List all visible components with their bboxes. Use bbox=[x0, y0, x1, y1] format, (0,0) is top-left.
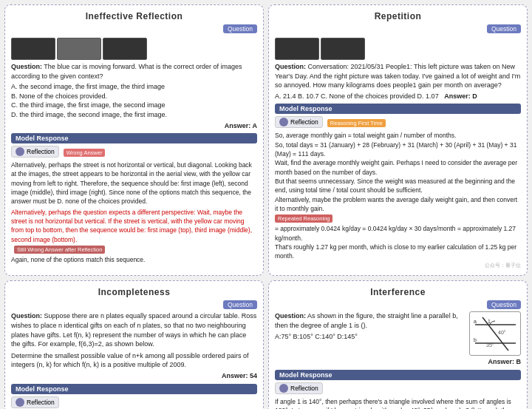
choices-2: A. 21.4 B. 10.7 C. None of the choices p… bbox=[275, 92, 521, 101]
reflection-header-2: Reflection Reasoning First Time bbox=[275, 116, 521, 129]
response-text-2g: That's roughly 1.27 kg per month, which … bbox=[275, 243, 521, 261]
reflection-bar-2: Reflection bbox=[275, 116, 323, 128]
svg-text:1: 1 bbox=[488, 319, 491, 324]
response-text-2a: So, average monthly gain = total weight … bbox=[275, 131, 521, 140]
wrong-answer-tag-1: Wrong Answer bbox=[64, 149, 106, 157]
reflection-icon-1 bbox=[16, 147, 24, 156]
response-text-2d: But that seems unnecessary. Since the we… bbox=[275, 177, 521, 195]
question-text-1: Question: The blue car is moving forward… bbox=[11, 62, 257, 81]
still-wrong-tag: Still Wrong Answer after Reflection bbox=[14, 246, 105, 254]
response-text-2e: Alternatively, maybe the problem wants t… bbox=[275, 195, 521, 214]
reflection-icon-3 bbox=[16, 398, 24, 407]
panel-incompleteness: Incompleteness Question Question: Suppos… bbox=[4, 280, 264, 409]
question-area-4: 1 a b 40° 35° Question: As shown in the … bbox=[275, 311, 521, 356]
image-1 bbox=[11, 38, 55, 60]
response-text-2c: Wait, find the average monthly weight ga… bbox=[275, 158, 521, 177]
choices-1: A. the second image, the first image, th… bbox=[11, 82, 257, 119]
svg-text:b: b bbox=[474, 337, 477, 342]
question-label-4: Question bbox=[487, 300, 521, 309]
panel-title-incompleteness: Incompleteness bbox=[11, 287, 257, 297]
reflection-bar-4: Reflection bbox=[275, 382, 323, 394]
reflection-bar-1: Reflection bbox=[11, 146, 59, 158]
reflection-header-3: Reflection bbox=[11, 396, 257, 409]
question-text-3b: Determine the smallest possible value of… bbox=[11, 351, 257, 370]
model-response-bar-3: Model Response bbox=[11, 384, 257, 394]
svg-text:a: a bbox=[474, 319, 477, 324]
model-response-bar-2: Model Response bbox=[275, 104, 521, 114]
geometry-svg: 1 a b 40° 35° bbox=[471, 314, 519, 354]
model-response-bar-4: Model Response bbox=[275, 370, 521, 380]
question-text-3: Question: Suppose there are n plates equ… bbox=[11, 311, 257, 348]
image-3 bbox=[103, 38, 147, 60]
panel-title-interference: Interference bbox=[275, 287, 521, 297]
answer-4: Answer: B bbox=[488, 358, 521, 365]
reflection-header-4: Reflection bbox=[275, 382, 521, 396]
svg-text:35°: 35° bbox=[486, 342, 494, 348]
reflection-bar-3: Reflection bbox=[11, 396, 59, 408]
panel-ineffective-reflection: Ineffective Reflection Question Question… bbox=[4, 4, 264, 276]
question-text-2: Question: Conversation: 2021/05/31 Peopl… bbox=[275, 62, 521, 90]
question-label-2: Question bbox=[487, 24, 521, 33]
response-text-1c: Again, none of the options match this se… bbox=[11, 255, 257, 264]
repeated-reasoning-line: Repeated Reasoning bbox=[275, 214, 521, 223]
question-label-1: Question bbox=[223, 24, 257, 33]
image-2 bbox=[57, 38, 101, 60]
still-wrong-line: Still Wrong Answer after Reflection bbox=[11, 246, 257, 254]
question-label-3: Question bbox=[223, 300, 257, 309]
rep-image-1 bbox=[275, 38, 319, 60]
response-text-2b: So, total days = 31 (January) + 28 (Febr… bbox=[275, 141, 521, 159]
response-text-4a: If angle 1 is 140°, then perhaps there's… bbox=[275, 397, 521, 409]
reflection-header-1: Reflection Wrong Answer bbox=[11, 146, 257, 159]
repeated-reasoning-tag: Repeated Reasoning bbox=[275, 214, 332, 223]
answer-3: Answer: 54 bbox=[222, 372, 257, 379]
reasoning-first-tag: Reasoning First Time bbox=[327, 119, 386, 127]
response-text-2f: = approximately 0.0424 kg/day = 0.0424 k… bbox=[275, 224, 521, 243]
image-strip-2 bbox=[275, 38, 521, 60]
reflection-icon-2 bbox=[279, 118, 288, 126]
panel-interference: Interference Question 1 a b 40° 35° Ques bbox=[268, 280, 528, 409]
panel-repetition: Repetition Question Question: Conversati… bbox=[268, 4, 528, 276]
panel-title-ineffective: Ineffective Reflection bbox=[11, 11, 257, 21]
svg-text:40°: 40° bbox=[498, 330, 506, 335]
rep-image-2 bbox=[321, 38, 365, 60]
image-strip-1 bbox=[11, 38, 257, 60]
response-text-1a: Alternatively, perhaps the street is not… bbox=[11, 160, 257, 206]
panel-title-repetition: Repetition bbox=[275, 11, 521, 21]
reflection-icon-4 bbox=[279, 384, 288, 393]
watermark-1: 公众号：量子位 bbox=[275, 262, 521, 269]
response-text-1b: Alternatively, perhaps the question expe… bbox=[11, 208, 257, 244]
geometry-figure: 1 a b 40° 35° bbox=[469, 311, 521, 356]
answer-1: Answer: A bbox=[225, 122, 257, 129]
model-response-bar-1: Model Response bbox=[11, 133, 257, 143]
